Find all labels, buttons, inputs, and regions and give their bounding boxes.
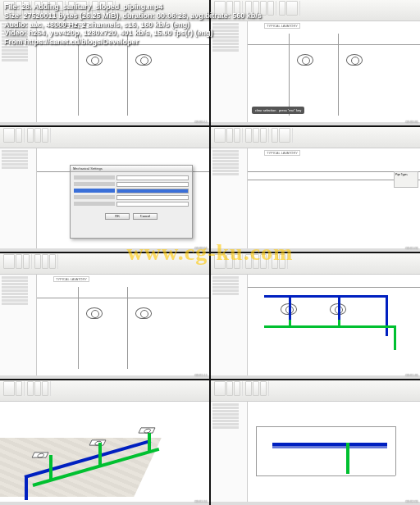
drawing-canvas-3d[interactable] bbox=[0, 402, 209, 503]
fixture-3d-icon[interactable] bbox=[138, 427, 155, 433]
timestamp: 00:01:31 bbox=[405, 373, 418, 377]
timestamp: 00:02:01 bbox=[405, 499, 418, 503]
toilet-fixture-icon[interactable] bbox=[297, 54, 313, 66]
project-browser[interactable] bbox=[0, 275, 37, 375]
drawing-canvas[interactable]: TYPICAL LAVATORY Pipe Types bbox=[248, 148, 420, 249]
dialog-title: Mechanical Settings bbox=[71, 166, 192, 172]
project-browser[interactable] bbox=[211, 402, 248, 503]
toilet-fixture-icon[interactable] bbox=[346, 54, 363, 66]
drawing-canvas[interactable]: Mechanical Settings OK Cancel bbox=[37, 148, 209, 249]
view-title: TYPICAL LAVATORY bbox=[264, 150, 300, 156]
view-title: TYPICAL LAVATORY bbox=[264, 23, 300, 29]
toilet-fixture-icon[interactable] bbox=[86, 54, 103, 66]
project-browser[interactable] bbox=[0, 148, 37, 249]
drawing-canvas[interactable] bbox=[248, 275, 420, 375]
view-title: TYPICAL LAVATORY bbox=[53, 276, 89, 282]
timestamp: 00:00:11 bbox=[194, 120, 208, 124]
timestamp: 00:00:51 bbox=[194, 246, 208, 250]
mechanical-settings-dialog[interactable]: Mechanical Settings OK Cancel bbox=[70, 165, 193, 239]
toilet-fixture-icon[interactable] bbox=[135, 307, 152, 319]
drawing-canvas[interactable]: TYPICAL LAVATORY clear selection press "… bbox=[248, 21, 420, 122]
thumbnail-grid: TYPICAL LAVATORY 00:00:11 TYPICA bbox=[0, 0, 420, 505]
timestamp: 00:01:11 bbox=[194, 373, 208, 377]
thumb-r4c1[interactable]: 00:01:51 bbox=[0, 380, 209, 506]
drawing-canvas[interactable] bbox=[248, 402, 420, 503]
thumb-r3c1[interactable]: TYPICAL LAVATORY 00:01:11 bbox=[0, 253, 209, 379]
status-bar bbox=[0, 122, 209, 125]
ribbon[interactable] bbox=[211, 127, 420, 148]
toilet-fixture-icon[interactable] bbox=[135, 54, 152, 66]
ribbon[interactable] bbox=[211, 380, 420, 402]
media-info-overlay: File: 28. Adding_sanitary_sloped_piping.… bbox=[0, 0, 266, 49]
project-browser[interactable] bbox=[211, 148, 248, 249]
thumb-r4c2[interactable]: 00:02:01 bbox=[211, 380, 420, 506]
timestamp: 00:01:51 bbox=[194, 499, 208, 503]
ok-button[interactable]: OK bbox=[105, 213, 130, 220]
fixture-3d-icon[interactable] bbox=[31, 452, 48, 457]
cancel-button[interactable]: Cancel bbox=[133, 213, 158, 220]
ribbon[interactable] bbox=[0, 127, 209, 148]
ribbon[interactable] bbox=[211, 253, 420, 275]
ribbon[interactable] bbox=[0, 380, 209, 402]
drawing-canvas[interactable]: TYPICAL LAVATORY bbox=[37, 275, 209, 375]
project-browser[interactable] bbox=[211, 275, 248, 375]
thumb-r2c2[interactable]: TYPICAL LAVATORY Pipe Types 00:01:01 bbox=[211, 127, 420, 252]
hint-tooltip: clear selection press "esc" key bbox=[252, 107, 304, 114]
fixture-3d-icon[interactable] bbox=[89, 439, 106, 445]
thumb-r3c2[interactable]: 00:01:31 bbox=[211, 253, 420, 379]
properties-palette[interactable]: Pipe Types bbox=[394, 171, 418, 188]
thumb-r2c1[interactable]: Mechanical Settings OK Cancel bbox=[0, 127, 209, 252]
toilet-fixture-icon[interactable] bbox=[86, 307, 103, 319]
timestamp: 00:00:31 bbox=[405, 120, 418, 124]
ribbon[interactable] bbox=[0, 253, 209, 275]
timestamp: 00:01:01 bbox=[405, 246, 418, 250]
